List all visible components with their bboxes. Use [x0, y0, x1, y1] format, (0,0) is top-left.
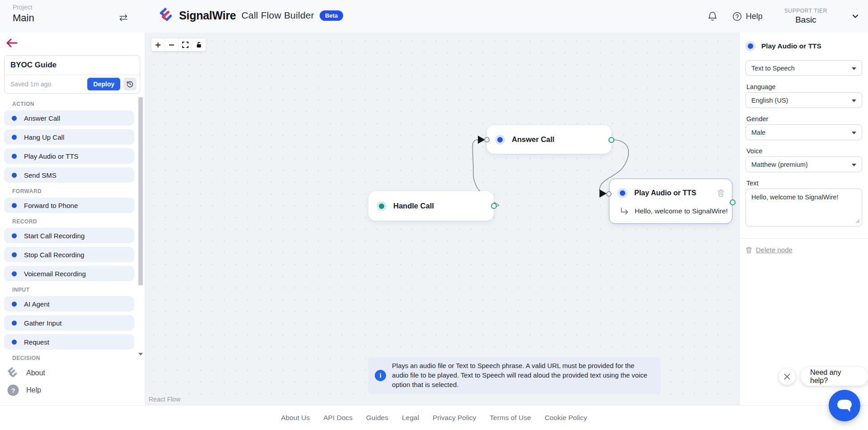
palette-item-gather-input[interactable]: Gather Input	[4, 315, 134, 331]
support-tier-label: SUPPORT TIER	[784, 8, 827, 14]
section-label-forward: FORWARD	[12, 188, 134, 194]
node-title: Play Audio or TTS	[634, 189, 696, 197]
footer-link-cookie-policy[interactable]: Cookie Policy	[545, 414, 587, 422]
source-handle[interactable]	[609, 137, 614, 143]
deploy-button[interactable]: Deploy	[87, 78, 120, 90]
palette-item-start-call-recording[interactable]: Start Call Recording	[4, 228, 134, 243]
palette-item-label: Forward to Phone	[24, 202, 78, 209]
select-value: Matthew (premium)	[751, 161, 808, 168]
node-dot-icon	[12, 203, 17, 208]
question-circle-icon	[732, 11, 742, 22]
sidebar-item-about[interactable]: About	[7, 366, 45, 380]
chat-close-button[interactable]	[779, 369, 795, 385]
close-icon	[783, 373, 791, 380]
canvas-controls	[151, 38, 206, 51]
node-dot-icon	[12, 302, 17, 307]
top-header: Project Main SignalWire Call Flow Builde…	[0, 0, 868, 33]
node-dot-icon	[745, 41, 755, 51]
node-handle-call[interactable]: Handle Call	[368, 191, 494, 221]
zoom-in-button[interactable]	[151, 38, 165, 51]
node-description-text: Plays an audio file or Text to Speech ph…	[392, 361, 652, 389]
node-play-audio-or-tts[interactable]: Play Audio or TTS Hello, welcome to Sign…	[609, 179, 732, 224]
target-handle[interactable]	[484, 137, 490, 142]
node-dot-icon	[12, 340, 17, 345]
left-sidebar: Saved 1m ago Deploy ACTIONAnswer CallHan…	[0, 33, 145, 405]
delete-node-label: Delete node	[756, 246, 793, 254]
lock-toggle-button[interactable]	[192, 38, 206, 51]
help-menu[interactable]: Help	[732, 11, 763, 22]
palette-item-hang-up-call[interactable]: Hang Up Call	[4, 129, 134, 145]
footer-link-api-docs[interactable]: API Docs	[323, 414, 353, 422]
footer-link-terms-of-use[interactable]: Terms of Use	[490, 414, 531, 422]
select-gender[interactable]: Male	[745, 124, 862, 140]
source-handle[interactable]	[491, 203, 497, 209]
field-label-voice: Voice	[746, 147, 862, 155]
resize-grip-icon[interactable]	[856, 217, 860, 225]
select-value: Text to Speech	[751, 65, 795, 72]
switch-project-icon[interactable]	[117, 11, 130, 24]
palette-item-stop-call-recording[interactable]: Stop Call Recording	[4, 247, 134, 262]
flow-name-input[interactable]	[5, 56, 140, 75]
palette-item-play-audio-or-tts[interactable]: Play Audio or TTS	[4, 148, 134, 164]
source-handle[interactable]	[730, 199, 736, 205]
fit-view-button[interactable]	[179, 38, 192, 51]
app-logo: SignalWire Call Flow Builder Beta	[159, 6, 343, 24]
page-title: Call Flow Builder	[241, 10, 314, 21]
tts-text-input[interactable]: Hello, welcome to SignalWire!	[745, 189, 862, 227]
text-field-label: Text	[746, 180, 862, 187]
back-arrow-icon[interactable]	[5, 37, 19, 50]
chat-launcher-button[interactable]	[829, 390, 860, 421]
about-label: About	[26, 369, 45, 377]
project-switcher[interactable]: Project Main	[13, 4, 34, 24]
signalwire-logo-icon	[159, 6, 175, 24]
account-chevron-down-icon[interactable]	[851, 12, 860, 21]
section-label-record: RECORD	[12, 218, 134, 225]
footer-links: About UsAPI DocsGuidesLegalPrivacy Polic…	[281, 414, 587, 422]
saved-status: Saved 1m ago	[10, 80, 87, 88]
node-dot-icon	[12, 252, 17, 257]
page-footer: About UsAPI DocsGuidesLegalPrivacy Polic…	[0, 405, 868, 430]
delete-node-button[interactable]: Delete node	[745, 246, 862, 254]
footer-link-guides[interactable]: Guides	[366, 414, 388, 422]
palette-item-request[interactable]: Request	[4, 334, 134, 350]
field-label-gender: Gender	[746, 115, 862, 123]
svg-text:?: ?	[11, 387, 15, 394]
node-title: Answer Call	[512, 135, 554, 144]
palette-item-voicemail-recording[interactable]: Voicemail Recording	[4, 266, 134, 281]
node-dot-icon	[12, 233, 17, 238]
palette-item-label: Hang Up Call	[24, 133, 64, 141]
node-trash-icon[interactable]	[717, 189, 725, 197]
palette-item-label: Voicemail Recording	[24, 270, 86, 278]
about-logo-icon	[7, 366, 19, 380]
sidebar-item-help[interactable]: ? Help	[7, 384, 41, 396]
palette-item-label: AI Agent	[24, 300, 50, 308]
react-flow-attribution[interactable]: React Flow	[146, 395, 183, 404]
node-dot-icon	[12, 173, 17, 178]
scroll-down-arrow-icon[interactable]	[138, 351, 143, 357]
flow-canvas[interactable]: Handle Call Answer Call Play Audio or TT…	[145, 33, 739, 405]
footer-link-about-us[interactable]: About Us	[281, 414, 310, 422]
node-description-box: i Plays an audio file or Text to Speech …	[368, 357, 660, 394]
support-tier: SUPPORT TIER Basic	[784, 8, 827, 25]
divider	[740, 238, 868, 239]
sidebar-scrollbar[interactable]	[138, 97, 143, 285]
palette-item-answer-call[interactable]: Answer Call	[4, 110, 134, 126]
select-language[interactable]: English (US)	[745, 92, 862, 108]
footer-link-privacy-policy[interactable]: Privacy Policy	[433, 414, 476, 422]
footer-link-legal[interactable]: Legal	[402, 414, 419, 422]
node-dot-icon	[377, 201, 387, 211]
chat-prompt-bubble[interactable]: Need any help?	[801, 367, 868, 386]
notifications-bell-icon[interactable]	[705, 9, 720, 24]
node-answer-call[interactable]: Answer Call	[487, 125, 611, 154]
palette-item-forward-to-phone[interactable]: Forward to Phone	[4, 198, 134, 213]
select-play-type[interactable]: Text to Speech	[745, 60, 862, 76]
section-label-input: INPUT	[12, 287, 134, 293]
palette-item-label: Play Audio or TTS	[24, 152, 79, 160]
version-history-button[interactable]	[123, 78, 137, 90]
zoom-out-button[interactable]	[165, 38, 179, 51]
target-handle[interactable]	[606, 191, 612, 197]
select-voice[interactable]: Matthew (premium)	[745, 156, 862, 172]
help-label: Help	[746, 12, 763, 21]
palette-item-send-sms[interactable]: Send SMS	[4, 167, 134, 183]
palette-item-ai-agent[interactable]: AI Agent	[4, 296, 134, 312]
